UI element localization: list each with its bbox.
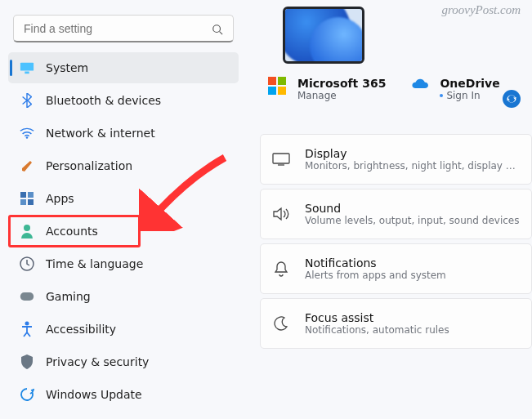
- microsoft-365-title: Microsoft 365: [297, 77, 386, 90]
- onedrive-sub: Sign In: [440, 90, 499, 101]
- services-row: Microsoft 365 Manage OneDrive Sign In: [268, 77, 532, 101]
- card-title: Display: [305, 147, 520, 160]
- svg-rect-8: [28, 199, 34, 205]
- svg-point-9: [24, 225, 30, 231]
- svg-point-0: [213, 25, 221, 32]
- card-title: Focus assist: [305, 311, 449, 324]
- svg-point-13: [503, 90, 521, 108]
- svg-line-1: [220, 31, 223, 34]
- gamepad-icon: [20, 289, 34, 304]
- card-sound[interactable]: SoundVolume levels, output, input, sound…: [260, 189, 532, 239]
- card-title: Notifications: [305, 256, 446, 270]
- main-panel: groovyPost.com Microsoft 365 Manage OneD…: [253, 0, 532, 419]
- sidebar-item-gaming[interactable]: Gaming: [8, 281, 239, 312]
- sidebar-item-label: Accounts: [46, 225, 98, 238]
- bluetooth-icon: [20, 93, 34, 108]
- sidebar-item-label: Privacy & security: [46, 355, 149, 368]
- svg-rect-5: [20, 192, 26, 198]
- card-subtitle: Volume levels, output, input, sound devi…: [305, 215, 519, 226]
- sidebar-item-label: Time & language: [46, 257, 143, 270]
- profile-picture[interactable]: [283, 7, 364, 64]
- watermark: groovyPost.com: [441, 3, 521, 17]
- brush-icon: [20, 158, 34, 173]
- focus-assist-icon: [272, 314, 290, 332]
- notifications-icon: [272, 260, 290, 278]
- card-subtitle: Alerts from apps and system: [305, 270, 446, 281]
- sidebar-item-network-internet[interactable]: Network & internet: [8, 118, 239, 149]
- card-title: Sound: [305, 202, 519, 215]
- sidebar-item-label: System: [46, 61, 88, 74]
- sidebar-item-label: Gaming: [46, 290, 91, 303]
- svg-rect-6: [28, 192, 34, 198]
- card-subtitle: Notifications, automatic rules: [305, 324, 449, 336]
- onedrive-title: OneDrive: [440, 77, 499, 90]
- sidebar-item-label: Network & internet: [46, 127, 155, 140]
- sidebar-item-label: Windows Update: [46, 388, 142, 401]
- microsoft-365-tile[interactable]: Microsoft 365 Manage: [268, 77, 386, 101]
- sidebar-item-accounts[interactable]: Accounts: [8, 216, 239, 247]
- onedrive-icon: [410, 77, 431, 98]
- sidebar-item-label: Personalization: [46, 159, 132, 172]
- sidebar-item-apps[interactable]: Apps: [8, 183, 239, 214]
- svg-rect-11: [20, 292, 34, 301]
- sidebar-item-system[interactable]: System: [8, 52, 239, 83]
- microsoft-365-icon: [268, 77, 289, 98]
- svg-point-4: [26, 136, 29, 139]
- sidebar-item-personalization[interactable]: Personalization: [8, 150, 239, 181]
- card-display[interactable]: DisplayMonitors, brightness, night light…: [260, 134, 532, 185]
- update-icon: [20, 387, 34, 402]
- svg-rect-3: [25, 72, 29, 74]
- card-notifications[interactable]: NotificationsAlerts from apps and system: [260, 243, 532, 294]
- sidebar: SystemBluetooth & devicesNetwork & inter…: [0, 0, 244, 419]
- search-box[interactable]: [13, 15, 234, 42]
- sound-icon: [272, 205, 290, 223]
- sidebar-item-bluetooth-devices[interactable]: Bluetooth & devices: [8, 85, 239, 116]
- person-icon: [20, 224, 34, 238]
- apps-icon: [20, 191, 34, 206]
- system-cards: DisplayMonitors, brightness, night light…: [253, 134, 532, 349]
- wifi-icon: [20, 126, 34, 140]
- sidebar-item-label: Bluetooth & devices: [46, 94, 161, 107]
- search-input[interactable]: [24, 22, 212, 35]
- sidebar-item-label: Accessibility: [46, 323, 116, 336]
- onedrive-tile[interactable]: OneDrive Sign In: [410, 77, 499, 101]
- card-subtitle: Monitors, brightness, night light, displ…: [305, 160, 520, 172]
- svg-rect-2: [20, 63, 34, 71]
- sidebar-nav: SystemBluetooth & devicesNetwork & inter…: [8, 52, 239, 410]
- sidebar-item-label: Apps: [46, 192, 74, 205]
- sidebar-item-accessibility[interactable]: Accessibility: [8, 314, 239, 345]
- svg-point-12: [25, 322, 29, 326]
- sidebar-item-windows-update[interactable]: Windows Update: [8, 379, 239, 410]
- monitor-icon: [20, 60, 34, 75]
- shield-icon: [20, 354, 34, 369]
- accessibility-icon: [20, 322, 34, 337]
- search-icon: [212, 23, 223, 34]
- svg-rect-14: [273, 154, 289, 163]
- sidebar-item-privacy-security[interactable]: Privacy & security: [8, 346, 239, 377]
- sync-icon[interactable]: [503, 90, 521, 108]
- microsoft-365-sub: Manage: [297, 90, 386, 101]
- card-focus-assist[interactable]: Focus assistNotifications, automatic rul…: [260, 298, 532, 349]
- sidebar-item-time-language[interactable]: Time & language: [8, 248, 239, 279]
- clock-globe-icon: [20, 256, 34, 271]
- display-icon: [272, 150, 290, 168]
- svg-rect-7: [20, 199, 26, 205]
